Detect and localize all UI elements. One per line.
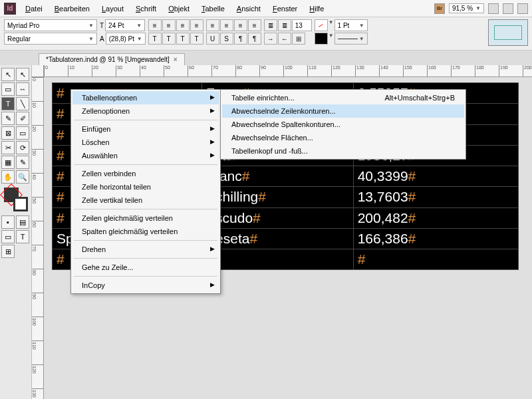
table-cell[interactable]: 200,482# <box>353 207 518 228</box>
menu-item[interactable]: Löschen▶ <box>72 136 219 149</box>
list2-icon[interactable]: ≣ <box>278 19 291 31</box>
frame-tool[interactable]: ⊠ <box>1 126 15 140</box>
zoom-tool[interactable]: 🔍 <box>16 170 29 184</box>
menu-item[interactable]: Spalten gleichmäßig verteilen <box>72 225 219 238</box>
apply-gradient[interactable]: ▤ <box>16 215 29 229</box>
table-cell[interactable]: # <box>353 249 518 270</box>
screen-mode-icon[interactable] <box>503 3 513 14</box>
menu-item[interactable]: Tabellenoptionen▶ <box>72 91 219 104</box>
caps-icon[interactable]: T <box>148 33 162 45</box>
gradient-tool[interactable]: ▦ <box>1 156 15 169</box>
table-cell[interactable]: Escudo# <box>202 207 354 228</box>
sub-icon[interactable]: T <box>190 33 203 45</box>
close-icon[interactable]: × <box>174 56 178 63</box>
align-center-icon[interactable]: ≡ <box>162 19 176 31</box>
table-cell[interactable]: Franc# <box>202 166 354 187</box>
menu-item[interactable]: Drehen▶ <box>72 243 219 256</box>
submenu-item[interactable]: Abwechselnde Spaltenkonturen... <box>222 118 464 131</box>
justify1-icon[interactable]: ≡ <box>206 19 219 31</box>
screen-mode[interactable]: ⊞ <box>1 245 15 258</box>
menu-item[interactable]: Auswählen▶ <box>72 149 219 162</box>
menu-schrift[interactable]: Schrift <box>130 3 162 15</box>
font-size-field[interactable]: 24 Pt▼ <box>105 19 145 31</box>
align-right-icon[interactable]: ≡ <box>176 19 190 31</box>
stroke-style-field[interactable]: ▼ <box>334 33 368 45</box>
type-tool[interactable]: T <box>1 97 15 110</box>
transform-tool[interactable]: ⟳ <box>16 141 29 154</box>
submenu-item[interactable]: Abwechselnde Zeilenkonturen... <box>222 104 464 118</box>
para1-icon[interactable]: ¶ <box>234 33 247 45</box>
black-swatch-icon[interactable] <box>315 33 328 45</box>
justify2-icon[interactable]: ≡ <box>220 19 233 31</box>
menu-hilfe[interactable]: Hilfe <box>304 3 329 15</box>
none-swatch-icon[interactable]: / <box>315 19 328 31</box>
menu-ansicht[interactable]: Ansicht <box>231 3 266 15</box>
para2-icon[interactable]: ¶ <box>248 33 261 45</box>
tab-bar: *Tabulatoren.indd @ 91 % [Umgewandelt] × <box>0 51 532 65</box>
preview-mode[interactable]: T <box>16 230 29 243</box>
fill-stroke-control[interactable] <box>4 188 28 211</box>
arrange-icon[interactable] <box>517 3 528 14</box>
font-family-field[interactable]: Myriad Pro▼ <box>4 19 97 31</box>
menu-item[interactable]: Zelle vertikal teilen <box>72 194 219 207</box>
menu-item[interactable]: InCopy▶ <box>72 279 219 292</box>
menu-item[interactable]: Zelle horizontal teilen <box>72 180 219 194</box>
apply-color[interactable]: ▪ <box>1 215 15 229</box>
balance-icon[interactable]: ⊞ <box>292 33 305 45</box>
justify4-icon[interactable]: ≡ <box>248 19 261 31</box>
super-icon[interactable]: T <box>176 33 190 45</box>
justify3-icon[interactable]: ≡ <box>234 19 247 31</box>
menu-bearbeiten[interactable]: Bearbeiten <box>49 3 95 15</box>
table-cell[interactable]: Schilling# <box>202 187 354 207</box>
menu-item[interactable]: Zellen verbinden <box>72 167 219 180</box>
submenu-item[interactable]: Abwechselnde Flächen... <box>222 131 464 144</box>
font-style-field[interactable]: Regular▼ <box>4 33 97 45</box>
table-cell[interactable]: Peseta# <box>202 228 354 249</box>
table-cell[interactable]: 166,386# <box>353 228 518 249</box>
menu-item[interactable]: Zellenoptionen▶ <box>72 104 219 118</box>
leading-field[interactable]: (28,8) Pt▼ <box>106 33 146 45</box>
menu-item[interactable]: Einfügen▶ <box>72 122 219 136</box>
rect-tool[interactable]: ▭ <box>16 126 29 140</box>
menu-fenster[interactable]: Fenster <box>267 3 303 15</box>
zoom-level[interactable]: 91,5 %▼ <box>449 3 484 13</box>
direct-select-tool[interactable]: ↖ <box>16 68 29 81</box>
gap-tool[interactable]: ↔ <box>16 82 29 96</box>
table-cell[interactable]: # <box>202 249 354 270</box>
smallcaps-icon[interactable]: T <box>162 33 176 45</box>
ruler-vertical[interactable]: 0102030405060708090100110120130140 <box>32 77 44 399</box>
list1-icon[interactable]: ≣ <box>264 19 277 31</box>
submenu-item[interactable]: Tabellenkopf und -fuß... <box>222 144 464 158</box>
normal-mode[interactable]: ▭ <box>1 230 15 243</box>
menu-tabelle[interactable]: Tabelle <box>196 3 230 15</box>
stroke-weight-field[interactable]: 1 Pt▼ <box>334 19 368 31</box>
eyedropper-tool[interactable]: ✎ <box>16 156 29 169</box>
pencil-tool[interactable]: ✐ <box>16 112 29 125</box>
menu-item[interactable]: Gehe zu Zeile... <box>72 261 219 274</box>
table-cell[interactable]: 40,3399# <box>353 166 518 187</box>
menu-layout[interactable]: Layout <box>96 3 129 15</box>
table-cell[interactable]: 13,7603# <box>353 187 518 207</box>
strike-icon[interactable]: S <box>220 33 233 45</box>
scissors-tool[interactable]: ✂ <box>1 141 15 154</box>
menu-datei[interactable]: Datei <box>20 3 48 15</box>
selection-tool[interactable]: ↖ <box>1 68 15 81</box>
underline-icon[interactable]: U <box>206 33 219 45</box>
bridge-icon[interactable]: Br <box>434 3 445 14</box>
align-justify-icon[interactable]: ≡ <box>190 19 203 31</box>
indent1-icon[interactable]: → <box>264 33 277 45</box>
document-tab[interactable]: *Tabulatoren.indd @ 91 % [Umgewandelt] × <box>39 53 185 65</box>
indent2-icon[interactable]: ← <box>278 33 291 45</box>
menu-item[interactable]: Zeilen gleichmäßig verteilen <box>72 211 219 225</box>
view-options-icon[interactable] <box>488 3 499 14</box>
pen-tool[interactable]: ✎ <box>1 112 15 125</box>
ruler-horizontal[interactable]: 0102030405060708090100110120130140150160… <box>44 65 532 77</box>
submenu-item[interactable]: Tabelle einrichten...Alt+Umschalt+Strg+B <box>222 91 464 104</box>
hand-tool[interactable]: ✋ <box>1 170 15 184</box>
menu-objekt[interactable]: Objekt <box>163 3 195 15</box>
ruler-origin[interactable] <box>32 65 44 77</box>
align-left-icon[interactable]: ≡ <box>148 19 162 31</box>
page-tool[interactable]: ▭ <box>1 82 15 96</box>
columns-field[interactable]: 13 <box>292 19 312 31</box>
line-tool[interactable]: ╲ <box>16 97 29 110</box>
